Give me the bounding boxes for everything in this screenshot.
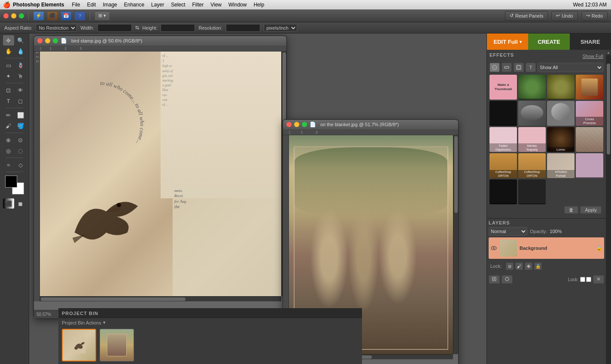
- resolution-unit-select[interactable]: pixels/inch: [264, 24, 297, 32]
- foreground-color-swatch[interactable]: [5, 176, 17, 188]
- layer-visibility-toggle[interactable]: [490, 245, 497, 252]
- layout-btn[interactable]: ⊞ ▾: [94, 11, 110, 21]
- doc-blanket-close[interactable]: [286, 122, 292, 127]
- help-btn[interactable]: ?: [74, 11, 85, 21]
- lock-all-btn[interactable]: 🔒: [534, 262, 542, 270]
- clone-stamp-tool[interactable]: ⊕: [3, 135, 14, 145]
- project-bin-actions-btn[interactable]: Project Bin Actions: [62, 320, 101, 325]
- lock-checkbox-2[interactable]: [586, 277, 591, 282]
- doc-bird-min[interactable]: [45, 38, 50, 43]
- color-swatches[interactable]: [5, 176, 24, 194]
- move-tool[interactable]: ✥: [3, 35, 14, 46]
- scroll-thumb[interactable]: [607, 64, 610, 155]
- show-all-select[interactable]: Show All: [538, 63, 603, 72]
- scroll-up-arrow[interactable]: ▲: [606, 50, 611, 55]
- doc-bird-close[interactable]: [37, 38, 43, 43]
- menu-image[interactable]: Image: [99, 2, 120, 8]
- blur-tool[interactable]: ◌: [15, 146, 26, 156]
- resolution-input[interactable]: [226, 24, 260, 32]
- effect-mantas-teaparty[interactable]: MantasTeaparty: [518, 127, 546, 152]
- dodge-tool[interactable]: ◎: [3, 146, 14, 156]
- hand-tool[interactable]: ✋: [3, 46, 14, 56]
- lock-checkbox-1[interactable]: [580, 277, 585, 282]
- gradient-tool[interactable]: ⬛: [3, 198, 14, 209]
- effect-dark3[interactable]: [489, 179, 517, 204]
- bin-thumb-blanket[interactable]: [100, 329, 134, 361]
- effect-more[interactable]: [576, 153, 603, 178]
- effect-lomo[interactable]: Lomo: [547, 127, 575, 152]
- width-input[interactable]: [97, 24, 132, 32]
- effect-dark1[interactable]: [489, 101, 517, 126]
- effect-2[interactable]: [518, 75, 546, 100]
- win-close-btn[interactable]: [3, 13, 9, 18]
- layer-background[interactable]: Background 🔒: [489, 237, 604, 259]
- menu-window[interactable]: Window: [225, 2, 250, 8]
- lock-image-btn[interactable]: 🖌: [515, 262, 523, 270]
- bin-thumb-bird[interactable]: [62, 329, 96, 361]
- doc-blanket-vscroll[interactable]: [453, 135, 458, 354]
- tab-edit-full[interactable]: EDIT Full ▾: [487, 33, 528, 50]
- new-layer-from-bg-btn[interactable]: [489, 275, 500, 284]
- sharpen-tool[interactable]: ◇: [15, 160, 26, 170]
- healing-tool[interactable]: ⊙: [15, 135, 26, 145]
- doc-blanket-max[interactable]: [302, 122, 307, 127]
- effects-frame-icon-btn[interactable]: [514, 63, 524, 72]
- effect-3[interactable]: [547, 75, 575, 100]
- bin-actions-dropdown-icon[interactable]: ▾: [103, 320, 106, 325]
- menu-help[interactable]: Help: [250, 2, 268, 8]
- win-min-btn[interactable]: [11, 13, 16, 18]
- redeye-tool[interactable]: 👁: [15, 85, 26, 95]
- effect-dark4[interactable]: [518, 179, 546, 204]
- lock-transparent-btn[interactable]: ⊘: [506, 262, 514, 270]
- delete-layer-btn[interactable]: [593, 275, 604, 284]
- reset-panels-btn[interactable]: ↺ Reset Panels: [505, 11, 548, 21]
- effect-gray2[interactable]: [547, 101, 575, 126]
- menu-select[interactable]: Select: [167, 2, 188, 8]
- doc-blanket-titlebar[interactable]: 📄 on the blanket.jpg @ 51.7% (RGB/8*): [283, 120, 458, 129]
- effects-text-icon-btn[interactable]: T: [526, 63, 536, 72]
- lock-position-btn[interactable]: ✥: [525, 262, 532, 270]
- pencil-tool[interactable]: ✏: [3, 110, 14, 120]
- undo-btn[interactable]: ↩ Undo: [551, 11, 578, 21]
- effect-texture[interactable]: [576, 127, 603, 152]
- show-full-button[interactable]: Show Full: [583, 54, 603, 59]
- effect-gray1[interactable]: [518, 101, 546, 126]
- effect-faded-daydreams[interactable]: FadedDaydreams: [489, 127, 517, 152]
- tab-share[interactable]: SHARE: [570, 33, 611, 50]
- menu-layer[interactable]: Layer: [148, 2, 167, 8]
- browser-btn[interactable]: ⬛: [47, 11, 58, 21]
- win-max-btn[interactable]: [19, 13, 24, 18]
- doc-blanket-min[interactable]: [294, 122, 299, 127]
- effects-apply-btn[interactable]: Apply: [580, 206, 602, 214]
- layer-style-btn[interactable]: [502, 275, 513, 284]
- calendar-btn[interactable]: 📅: [61, 11, 72, 21]
- menu-view[interactable]: View: [207, 2, 225, 8]
- height-input[interactable]: [161, 24, 195, 32]
- menu-enhance[interactable]: Enhance: [121, 2, 148, 8]
- shape-tool[interactable]: ◻: [15, 96, 26, 106]
- eraser-tool[interactable]: ⬜: [15, 110, 26, 120]
- blend-mode-select[interactable]: Normal: [489, 227, 527, 236]
- effect-cross-process[interactable]: CrossProcess: [576, 101, 603, 126]
- effects-delete-btn[interactable]: 🗑: [564, 206, 578, 214]
- redo-btn[interactable]: ↪ Redo: [581, 11, 608, 21]
- effects-layer-icon-btn[interactable]: [502, 63, 512, 72]
- zoom-tool[interactable]: 🔍: [15, 35, 26, 46]
- crop-tool[interactable]: ⊡: [3, 85, 14, 95]
- smudge-tool[interactable]: ≈: [3, 160, 14, 170]
- aspect-ratio-select[interactable]: No Restriction: [36, 24, 77, 32]
- menu-filter[interactable]: Filter: [189, 2, 207, 8]
- effect-portrait[interactable]: ✦PerfectPortrait: [547, 153, 575, 178]
- doc-bird-max[interactable]: [53, 38, 58, 43]
- effect-make-thumbnail[interactable]: Make aThumbnail: [489, 75, 517, 100]
- tab-create[interactable]: CREATE: [528, 33, 569, 50]
- lasso-tool[interactable]: 🪢: [15, 60, 26, 70]
- quick-select-tool[interactable]: 🖱: [15, 71, 26, 81]
- brush-tool[interactable]: 🖌: [3, 121, 14, 131]
- effect-4[interactable]: [576, 75, 603, 100]
- right-panel-scrollbar[interactable]: ▲ ▼: [606, 50, 611, 364]
- organizer-btn[interactable]: ⚡: [33, 11, 44, 21]
- paint-bucket-tool[interactable]: 🪣: [15, 121, 26, 131]
- magic-wand-tool[interactable]: ✦: [3, 71, 14, 81]
- fill-tool[interactable]: ◼: [15, 198, 26, 209]
